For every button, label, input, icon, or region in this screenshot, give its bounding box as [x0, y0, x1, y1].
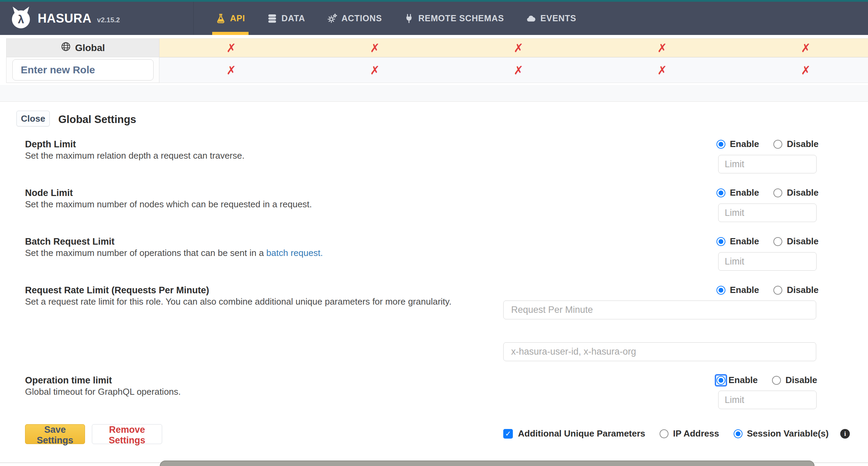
batch-enable-label[interactable]: Enable	[730, 236, 759, 247]
flask-icon	[216, 13, 226, 24]
node-enable-radio[interactable]	[716, 188, 725, 197]
cross-icon: ✗	[801, 64, 811, 76]
permission-cell[interactable]: ✗	[303, 38, 447, 57]
rate-enable-radio[interactable]	[716, 286, 725, 295]
globe-icon	[61, 41, 71, 54]
tab-api-label: API	[230, 13, 245, 23]
gears-icon	[327, 13, 337, 24]
rate-enable-label[interactable]: Enable	[730, 285, 759, 295]
session-variables-radio[interactable]	[734, 429, 743, 438]
depth-enable-label[interactable]: Enable	[730, 139, 759, 149]
cross-icon: ✗	[226, 42, 236, 54]
tab-remote-schemas-label: REMOTE SCHEMAS	[418, 13, 504, 23]
depth-limit-input[interactable]	[718, 155, 817, 173]
depth-enable-radio[interactable]	[716, 140, 725, 149]
cross-icon: ✗	[657, 64, 667, 76]
rate-disable-label[interactable]: Disable	[787, 285, 819, 295]
batch-request-link[interactable]: batch request.	[266, 248, 323, 258]
tab-remote-schemas[interactable]: REMOTE SCHEMAS	[393, 2, 515, 35]
node-limit-input[interactable]	[718, 204, 817, 222]
permission-cell[interactable]: ✗	[734, 57, 868, 83]
tab-events[interactable]: EVENTS	[515, 2, 587, 35]
tab-data-label: DATA	[281, 13, 305, 23]
unique-parameters-input[interactable]	[503, 342, 816, 361]
batch-limit-input[interactable]	[718, 252, 817, 271]
operation-time-limit-input[interactable]	[718, 391, 817, 409]
batch-disable-radio[interactable]	[773, 237, 782, 246]
session-variables-label[interactable]: Session Variable(s)	[747, 428, 829, 439]
permission-cell[interactable]: ✗	[159, 57, 303, 83]
bottom-overlay	[160, 461, 815, 466]
focused-radio-outline	[715, 374, 727, 387]
database-icon	[267, 13, 277, 24]
tab-events-label: EVENTS	[540, 13, 576, 23]
depth-disable-label[interactable]: Disable	[787, 139, 819, 149]
hasura-logo-icon[interactable]: λ	[9, 6, 33, 31]
global-role-cell[interactable]: Global	[6, 38, 159, 57]
permission-cell[interactable]: ✗	[159, 38, 303, 57]
node-limit-radio-group: Enable Disable	[716, 187, 819, 198]
depth-disable-radio[interactable]	[773, 140, 782, 149]
operation-enable-label[interactable]: Enable	[728, 375, 758, 385]
node-disable-radio[interactable]	[773, 188, 782, 197]
panel-title: Global Settings	[58, 113, 136, 126]
permission-cell[interactable]: ✗	[590, 38, 734, 57]
global-settings-panel: Close Global Settings Depth Limit Set th…	[0, 101, 868, 466]
additional-unique-parameters-label[interactable]: Additional Unique Parameters	[518, 428, 645, 439]
rate-limit-description: Set a request rate limit for this role. …	[25, 296, 451, 307]
cloud-icon	[526, 13, 536, 24]
info-icon[interactable]: i	[840, 429, 850, 439]
node-disable-label[interactable]: Disable	[787, 187, 819, 198]
rate-disable-radio[interactable]	[773, 286, 782, 295]
cross-icon: ✗	[657, 42, 667, 54]
batch-limit-description: Set the maximum number of operations tha…	[25, 248, 323, 258]
tab-data[interactable]: DATA	[256, 2, 316, 35]
tab-actions[interactable]: ACTIONS	[316, 2, 393, 35]
cross-icon: ✗	[514, 42, 523, 54]
cross-icon: ✗	[514, 64, 523, 76]
version-label: v2.15.2	[97, 16, 120, 24]
remove-settings-button[interactable]: Remove Settings	[92, 424, 162, 444]
cross-icon: ✗	[226, 64, 236, 76]
node-limit-description: Set the maximum number of nodes which ca…	[25, 199, 312, 210]
permission-cell[interactable]: ✗	[447, 38, 591, 57]
brand-title: HASURA	[38, 11, 92, 26]
batch-limit-description-text: Set the maximum number of operations tha…	[25, 248, 266, 258]
batch-enable-radio[interactable]	[716, 237, 725, 246]
additional-unique-parameters-checkbox[interactable]: ✓	[503, 429, 513, 439]
operation-enable-radio[interactable]	[716, 376, 725, 385]
rate-limit-radio-group: Enable Disable	[716, 285, 819, 295]
save-settings-button[interactable]: Save Settings	[25, 424, 85, 444]
node-limit-title: Node Limit	[25, 188, 73, 198]
rate-limit-title: Request Rate Limit (Requests Per Minute)	[25, 285, 209, 296]
operation-time-limit-title: Operation time limit	[25, 375, 112, 386]
requests-per-minute-input[interactable]	[503, 301, 816, 319]
permission-cell[interactable]: ✗	[447, 57, 591, 83]
depth-limit-radio-group: Enable Disable	[716, 139, 819, 149]
brand-area: λ HASURA v2.15.2	[0, 2, 194, 35]
batch-disable-label[interactable]: Disable	[787, 236, 819, 247]
cross-icon: ✗	[801, 42, 811, 54]
operation-disable-label[interactable]: Disable	[785, 375, 817, 385]
operation-disable-radio[interactable]	[772, 376, 781, 385]
hasura-console: λ HASURA v2.15.2 API	[0, 0, 868, 466]
main-nav: API DATA	[205, 2, 587, 35]
background-band	[0, 85, 868, 101]
cross-icon: ✗	[370, 42, 380, 54]
permission-cell[interactable]: ✗	[303, 57, 447, 83]
ip-address-label[interactable]: IP Address	[673, 428, 719, 439]
operation-time-limit-radio-group: Enable Disable	[716, 375, 817, 385]
tab-api[interactable]: API	[205, 2, 256, 35]
ip-address-radio[interactable]	[660, 429, 668, 438]
operation-time-limit-description: Global timeout for GraphQL operations.	[25, 387, 181, 397]
additional-unique-parameters-row: ✓ Additional Unique Parameters IP Addres…	[503, 428, 850, 439]
permission-cell[interactable]: ✗	[734, 38, 868, 57]
new-role-input[interactable]	[12, 59, 154, 81]
close-button[interactable]: Close	[16, 111, 50, 126]
permission-cell[interactable]: ✗	[590, 57, 734, 83]
node-enable-label[interactable]: Enable	[730, 187, 759, 198]
top-nav-bar: λ HASURA v2.15.2 API	[0, 0, 868, 35]
svg-text:λ: λ	[18, 13, 24, 26]
global-role-label: Global	[75, 42, 105, 53]
tab-actions-label: ACTIONS	[341, 13, 382, 23]
